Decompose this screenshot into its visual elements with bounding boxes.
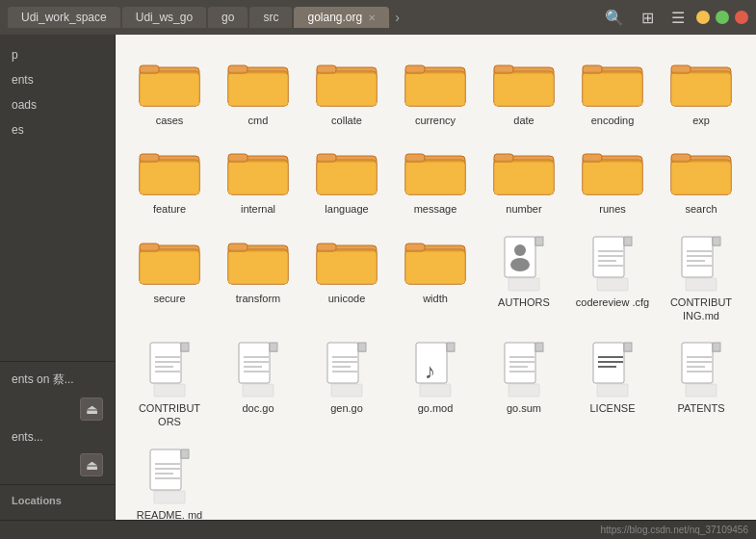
svg-rect-89 <box>405 249 465 251</box>
tab-overflow-btn[interactable]: › <box>391 10 404 25</box>
file-item-contribut-ingmd[interactable]: CONTRIBUT ING.md <box>659 228 743 331</box>
file-item-patents[interactable]: PATENTS <box>659 334 743 437</box>
file-item-encoding[interactable]: encoding <box>570 50 655 135</box>
svg-rect-79 <box>228 249 288 251</box>
file-item-codereview-cfg[interactable]: codereview .cfg <box>570 228 655 331</box>
file-item-license[interactable]: LICENSE <box>570 334 655 437</box>
file-item-collate[interactable]: collate <box>304 50 389 135</box>
file-item-unicode[interactable]: unicode <box>304 228 389 331</box>
tab-src[interactable]: src <box>249 7 292 28</box>
eject-btn-2[interactable]: ⏏ <box>0 449 115 480</box>
titlebar: Udi_work_spaceUdi_ws_gogosrcgolang.org✕›… <box>0 0 756 35</box>
svg-rect-27 <box>583 73 642 106</box>
tab-go[interactable]: go <box>208 7 248 28</box>
sidebar-item-p[interactable]: p <box>0 42 115 67</box>
folder-icon <box>316 58 378 110</box>
file-item-label: exp <box>692 114 710 127</box>
folder-icon <box>493 58 555 110</box>
svg-rect-99 <box>597 278 628 291</box>
folder-icon <box>493 146 555 198</box>
eject-icon-2: ⏏ <box>80 453 103 476</box>
folder-icon <box>139 58 200 110</box>
sidebar-item-ents[interactable]: ents <box>0 67 115 92</box>
svg-rect-112 <box>150 343 181 383</box>
folder-icon <box>227 236 289 288</box>
file-item-currency[interactable]: currency <box>393 50 478 135</box>
file-item-internal[interactable]: internal <box>216 139 300 223</box>
eject-btn-1[interactable]: ⏏ <box>0 394 115 424</box>
svg-rect-77 <box>228 251 288 284</box>
menu-icon[interactable]: ☰ <box>665 7 691 29</box>
file-item-docgo[interactable]: doc.go <box>216 334 300 437</box>
file-item-authors[interactable]: AUTHORS <box>482 228 566 331</box>
file-item-secure[interactable]: secure <box>127 228 212 331</box>
svg-rect-4 <box>140 71 199 73</box>
svg-rect-72 <box>140 251 199 284</box>
doc-icon <box>235 342 281 398</box>
svg-point-95 <box>510 258 530 271</box>
tab-udiworkspace[interactable]: Udi_work_space <box>8 7 120 28</box>
folder-icon <box>227 58 289 110</box>
close-button[interactable] <box>735 11 748 24</box>
sidebar-item-oads[interactable]: oads <box>0 92 115 117</box>
file-item-label: codereview .cfg <box>576 295 649 309</box>
maximize-button[interactable] <box>716 11 729 24</box>
svg-rect-98 <box>624 237 632 245</box>
svg-rect-17 <box>405 73 465 106</box>
file-grid: cases cmd collate currency date <box>127 50 744 520</box>
file-item-readme-md[interactable]: README. md <box>127 441 212 520</box>
minimize-button[interactable] <box>696 11 710 24</box>
file-item-width[interactable]: width <box>393 228 478 331</box>
svg-rect-47 <box>317 162 377 194</box>
svg-rect-54 <box>405 160 465 162</box>
search-icon[interactable]: 🔍 <box>599 7 630 29</box>
svg-rect-114 <box>181 343 189 351</box>
file-item-language[interactable]: language <box>304 139 389 223</box>
file-item-date[interactable]: date <box>482 50 566 135</box>
svg-rect-156 <box>682 343 713 383</box>
file-item-search[interactable]: search <box>659 139 743 223</box>
tab-close-icon[interactable]: ✕ <box>368 13 376 23</box>
file-item-contribut-ors[interactable]: CONTRIBUT ORS <box>127 334 212 437</box>
sidebar-item-network1[interactable]: ents on 蔡... <box>0 366 115 394</box>
file-item-number[interactable]: number <box>482 139 566 223</box>
svg-rect-166 <box>181 449 189 458</box>
svg-rect-32 <box>671 73 731 106</box>
tab-udiwsgo[interactable]: Udi_ws_go <box>122 7 206 28</box>
tab-bar: Udi_work_spaceUdi_ws_gogosrcgolang.org✕› <box>8 7 591 28</box>
file-item-cmd[interactable]: cmd <box>216 50 300 135</box>
sidebar-item-network2[interactable]: ents... <box>0 424 115 449</box>
svg-rect-67 <box>671 162 731 194</box>
folder-icon <box>316 236 378 288</box>
svg-rect-120 <box>239 343 270 383</box>
file-item-gengo[interactable]: gen.go <box>304 334 389 437</box>
file-item-gosum[interactable]: go.sum <box>482 334 566 437</box>
file-item-cases[interactable]: cases <box>127 50 212 135</box>
file-item-message[interactable]: message <box>393 139 478 223</box>
svg-rect-158 <box>713 343 720 351</box>
svg-rect-128 <box>327 343 358 383</box>
svg-rect-74 <box>140 249 199 251</box>
svg-rect-12 <box>317 73 377 106</box>
file-item-label: CONTRIBUT ING.md <box>663 295 740 323</box>
file-item-transform[interactable]: transform <box>216 228 300 331</box>
titlebar-actions: 🔍 ⊞ ☰ <box>599 7 748 29</box>
doc-icon <box>678 236 724 292</box>
doc-icon <box>678 342 724 398</box>
doc-icon <box>324 342 370 398</box>
folder-icon <box>139 236 200 288</box>
file-item-gomod[interactable]: ♪ go.mod <box>393 334 478 437</box>
svg-rect-138 <box>447 343 455 351</box>
file-area: cases cmd collate currency date <box>116 35 756 520</box>
svg-rect-87 <box>405 251 465 284</box>
file-item-label: encoding <box>591 114 635 127</box>
file-item-feature[interactable]: feature <box>127 139 212 223</box>
sidebar-item-es[interactable]: es <box>0 117 115 142</box>
layout-icon[interactable]: ⊞ <box>636 7 660 29</box>
folder-icon <box>139 146 200 198</box>
sidebar-locations-label: Locations <box>0 489 115 512</box>
file-item-exp[interactable]: exp <box>659 50 743 135</box>
file-item-runes[interactable]: runes <box>570 139 655 223</box>
tab-golangorg[interactable]: golang.org✕ <box>294 7 389 28</box>
svg-rect-24 <box>494 71 554 73</box>
